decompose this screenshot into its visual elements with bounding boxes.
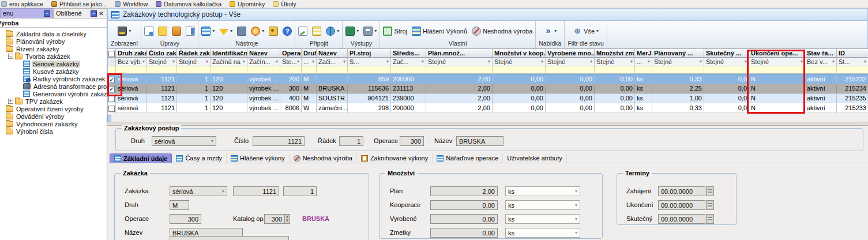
filter-dropdown[interactable]: Začíná na▾ (211, 58, 247, 66)
katalog-op-link[interactable]: BRUSKA (302, 214, 329, 224)
column-header[interactable]: Název (317, 49, 348, 58)
filter-dropdown[interactable]: Stejné▾ (493, 58, 546, 66)
row-checkbox-cell[interactable] (108, 103, 116, 113)
select-all-checkbox[interactable] (108, 51, 115, 57)
filter-dropdown[interactable]: Stejné▾ (426, 58, 493, 66)
filter-dropdown[interactable]: S...▾ (348, 58, 391, 66)
toolbar-button[interactable]: ▾ (116, 25, 133, 37)
date-field[interactable]: 00.00.0000 (658, 214, 705, 224)
quantity-field[interactable]: 2,00 (430, 186, 498, 196)
cislo-field[interactable]: 1121 (253, 136, 305, 146)
filter-input[interactable] (147, 66, 177, 74)
tab-u-ivatelsk-atributy[interactable]: Uživatelské atributy (503, 153, 566, 163)
filter-input[interactable] (805, 66, 837, 74)
tree-item[interactable]: Řádky výrobních zakázek (0, 75, 107, 82)
toolbar-button[interactable]: ▾ (324, 25, 341, 37)
filter-dropdown[interactable]: St...▾ (837, 58, 868, 66)
column-header[interactable]: Řádek zaká... (177, 49, 211, 58)
minimize-icon[interactable]: − (91, 10, 97, 17)
calendar-button[interactable] (706, 186, 714, 196)
filter-input[interactable] (546, 66, 595, 74)
toolbar-button[interactable]: ▾ (200, 25, 216, 37)
tree-item[interactable]: Základní data a číselníky (0, 30, 107, 38)
filter-input[interactable] (635, 66, 652, 74)
toolbar-button[interactable] (170, 25, 183, 37)
column-header[interactable]: Druh (302, 49, 317, 58)
filter-input[interactable] (426, 66, 493, 74)
operace-field[interactable]: 300 (400, 136, 424, 146)
toolbar-button[interactable]: ? (281, 25, 294, 37)
toolbar-button[interactable] (267, 25, 280, 37)
column-header[interactable]: MerJ (635, 49, 652, 58)
filter-dropdown[interactable]: Bez výb...▾ (116, 58, 147, 66)
toolbar-button[interactable]: ▾ (217, 27, 234, 36)
toolbar-button[interactable]: ▾ (249, 25, 266, 37)
filter-input[interactable] (595, 66, 635, 74)
filter-input[interactable] (280, 66, 302, 74)
toolbar-button[interactable] (310, 25, 323, 37)
filter-dropdown[interactable]: ...▾ (635, 58, 652, 66)
druh-field[interactable]: M (170, 200, 189, 210)
toolbar-button[interactable] (235, 25, 248, 37)
filter-dropdown[interactable]: Stejné▾ (652, 58, 704, 66)
filter-dropdown[interactable]: Stejné▾ (177, 58, 211, 66)
column-header[interactable]: Skutečný ... (704, 49, 749, 58)
sidebar-tab-favorites[interactable]: Oblíbené − ✕ (53, 8, 107, 18)
date-field[interactable]: 00.00.0000 (658, 200, 705, 210)
tree-item[interactable]: Vyhodnocení zakázky (0, 120, 107, 127)
column-header[interactable]: Plán.množ... (426, 49, 493, 58)
tab-hl-en-v-kony[interactable]: Hlášené výkony (227, 153, 290, 163)
menu-item[interactable]: Úkoly (273, 0, 296, 7)
spinner-icon[interactable]: ▲▼ (284, 214, 290, 224)
tree-item[interactable]: Adresná transformace prodej (0, 82, 107, 90)
filter-input[interactable] (493, 66, 546, 74)
zakazka-cislo-field[interactable]: 1121 (233, 186, 279, 196)
column-header[interactable]: Vyrobené mno... (546, 49, 595, 58)
tree-item[interactable]: Řízení zakázky (0, 45, 107, 52)
expand-toggle-icon[interactable]: − (8, 54, 13, 59)
toolbar-button[interactable]: Neshodná výroba (470, 25, 534, 37)
tab-n-a-ov-operace[interactable]: Nářaďové operace (433, 153, 503, 163)
unit-select[interactable]: ks (505, 214, 580, 224)
toolbar-button[interactable]: Stroj (381, 25, 409, 37)
tab-neshodn-v-roba[interactable]: Neshodná výroba (290, 153, 357, 163)
zakazka-radek-field[interactable]: 1 (283, 186, 317, 196)
filter-dropdown[interactable] (108, 58, 116, 66)
filter-dropdown[interactable]: Stejné▾ (704, 58, 749, 66)
unit-select[interactable]: ks (505, 200, 580, 210)
tree-item[interactable]: Kusové zakázky (0, 68, 107, 75)
popis-field[interactable] (170, 236, 289, 240)
filter-input[interactable] (652, 66, 704, 74)
menu-item[interactable]: Přihlásit se jako... (51, 0, 107, 7)
filter-dropdown[interactable]: Bez v...▾ (805, 58, 837, 66)
tree-item[interactable]: Výrobní čísla (0, 127, 107, 135)
column-header[interactable]: Název (247, 49, 280, 58)
tab-zaknihovan-v-kony[interactable]: Zaknihované výkony (357, 153, 433, 163)
tree-item[interactable]: Plánování výroby (0, 38, 107, 45)
filter-dropdown[interactable]: Zač...▾ (391, 58, 426, 66)
toolbar-button[interactable] (156, 25, 169, 37)
pane-splitter[interactable] (107, 122, 868, 126)
filter-dropdown[interactable]: Stejné▾ (595, 58, 635, 66)
close-icon[interactable]: ✕ (98, 10, 104, 17)
row-checkbox[interactable] (108, 106, 115, 112)
expand-toggle-icon[interactable]: + (8, 99, 13, 104)
toolbar-button[interactable]: Hlášení Výkonů (410, 25, 469, 37)
tree-item[interactable]: Odvádění výroby (0, 112, 107, 120)
calendar-button[interactable] (706, 200, 714, 210)
filter-dropdown[interactable]: Ste...▾ (280, 58, 302, 66)
tree-item[interactable]: +TPV zakázek (0, 97, 107, 105)
column-header[interactable]: Pl.stroj (348, 49, 391, 58)
quantity-field[interactable]: 0,00 (430, 228, 498, 238)
toolbar-button[interactable] (296, 25, 309, 37)
tab--asy-a-mzdy[interactable]: Časy a mzdy (172, 153, 227, 163)
column-header[interactable]: Identifikační ... (211, 49, 247, 58)
toolbar-button[interactable] (184, 25, 197, 37)
calendar-button[interactable] (706, 214, 714, 224)
column-header[interactable]: Množství v koop... (493, 49, 546, 58)
unit-select[interactable]: ks (505, 228, 580, 238)
filter-dropdown[interactable]: Stejné▾ (147, 58, 177, 66)
menu-item[interactable]: enu aplikace (1, 0, 43, 7)
tree-item[interactable]: Operativní řízení výroby (0, 105, 107, 112)
sidebar-tab-menu[interactable]: enu − (0, 8, 53, 18)
